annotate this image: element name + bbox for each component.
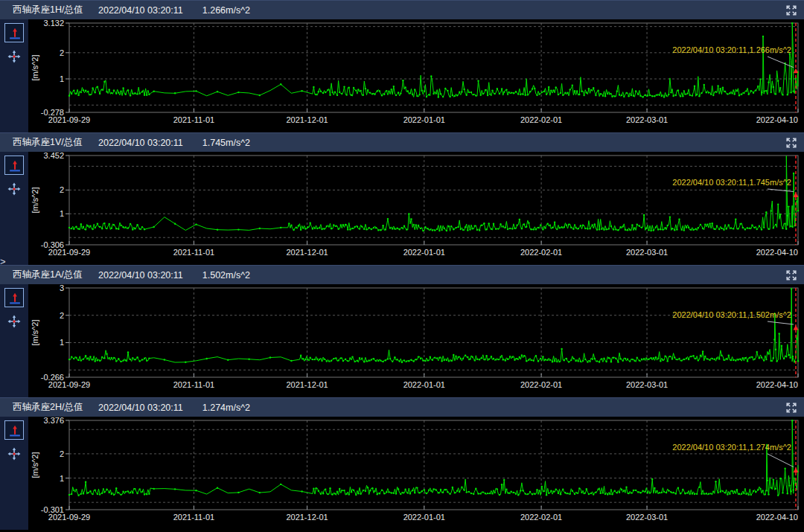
data-point-marker <box>461 487 462 488</box>
data-point-marker <box>552 89 554 91</box>
data-point-marker <box>789 357 791 359</box>
single-cursor-tool[interactable] <box>4 156 24 175</box>
data-point-marker <box>690 229 692 231</box>
data-point-marker <box>731 92 733 94</box>
data-point-marker <box>479 229 480 231</box>
data-point-marker <box>694 493 695 495</box>
data-point-marker <box>83 226 84 228</box>
y-tick-label: -0.278 <box>41 108 64 117</box>
chart-canvas[interactable]: 2021-09-292021-11-012021-12-012022-01-01… <box>28 417 804 530</box>
chart-area[interactable]: 2021-09-292021-11-012021-12-012022-01-01… <box>28 417 804 530</box>
data-point-marker <box>753 92 754 94</box>
pan-tool[interactable] <box>4 47 24 66</box>
data-point-marker <box>779 333 780 334</box>
data-point-marker <box>336 491 338 493</box>
data-point-marker <box>409 493 411 494</box>
data-point-marker <box>748 494 750 496</box>
data-point-marker <box>365 88 366 89</box>
data-point-marker <box>704 84 705 86</box>
data-point-marker <box>85 89 86 91</box>
pan-tool[interactable] <box>4 179 24 199</box>
data-point-marker <box>139 360 141 362</box>
data-point-marker <box>517 93 519 94</box>
data-point-marker <box>664 227 666 228</box>
single-cursor-tool[interactable] <box>4 288 24 307</box>
data-point-marker <box>615 228 616 230</box>
data-point-marker <box>588 88 590 89</box>
expand-arrows-icon[interactable] <box>785 402 797 414</box>
data-point-marker <box>677 487 679 489</box>
data-point-marker <box>716 225 718 226</box>
data-point-marker <box>77 94 79 96</box>
data-point-marker <box>621 489 622 490</box>
data-point-marker <box>395 493 397 494</box>
data-point-marker <box>73 490 74 491</box>
data-point-marker <box>353 490 354 491</box>
chart-area[interactable]: 2021-09-292021-11-012021-12-012022-01-01… <box>28 19 804 132</box>
data-point-marker <box>581 492 582 493</box>
data-point-marker <box>645 357 647 359</box>
data-point-marker <box>420 228 421 229</box>
data-point-marker <box>408 360 409 362</box>
chart-canvas[interactable]: 2021-09-292021-11-012021-12-012022-01-01… <box>28 284 804 397</box>
data-point-marker <box>500 356 501 358</box>
data-point-marker <box>762 36 764 37</box>
data-point-marker <box>134 359 135 360</box>
data-point-marker <box>582 360 584 362</box>
pan-tool[interactable] <box>4 444 24 464</box>
data-point-marker <box>463 89 465 90</box>
data-point-marker <box>339 92 340 93</box>
cursor-timestamp: 2022/04/10 03:20:11 <box>98 270 183 281</box>
panel-header: 西轴承座1A/总值 2022/04/10 03:20:11 1.502m/s^2 <box>0 265 804 284</box>
data-point-marker <box>777 203 779 205</box>
data-point-marker <box>302 358 304 359</box>
data-point-marker <box>613 357 614 359</box>
data-point-marker <box>348 87 350 89</box>
chart-canvas[interactable]: 2021-09-292021-11-012021-12-012022-01-01… <box>28 152 804 265</box>
data-point-marker <box>304 228 306 229</box>
data-point-marker <box>491 493 493 494</box>
data-point-marker <box>773 86 774 88</box>
data-point-marker <box>509 356 511 357</box>
data-point-marker <box>515 493 517 495</box>
chart-area[interactable]: 2021-09-292021-11-012021-12-012022-01-01… <box>28 284 804 397</box>
collapse-panel-chevron[interactable]: > <box>0 257 6 267</box>
data-point-marker <box>566 358 567 359</box>
chart-toolbar <box>0 284 28 397</box>
data-point-marker <box>537 227 539 228</box>
data-point-marker <box>622 360 624 362</box>
expand-arrows-icon[interactable] <box>785 269 797 281</box>
chart-canvas[interactable]: 2021-09-292021-11-012021-12-012022-01-01… <box>28 19 804 132</box>
data-point-marker <box>616 492 618 493</box>
expand-arrows-icon[interactable] <box>785 4 797 16</box>
data-point-marker <box>71 93 72 94</box>
data-point-marker <box>655 226 657 228</box>
data-point-marker <box>508 92 509 93</box>
data-point-marker <box>99 360 100 362</box>
x-tick-label: 2021-11-01 <box>173 513 214 522</box>
data-point-marker <box>671 358 673 359</box>
data-point-marker <box>763 90 765 92</box>
data-point-marker <box>347 228 348 230</box>
data-point-marker <box>447 90 448 92</box>
data-point-marker <box>574 493 575 495</box>
expand-arrows-icon[interactable] <box>785 137 797 149</box>
cursor-value: 1.266m/s^2 <box>202 5 250 16</box>
data-point-marker <box>325 92 326 93</box>
data-point-marker <box>643 214 645 216</box>
pan-tool[interactable] <box>4 312 24 331</box>
chart-area[interactable]: 2021-09-292021-11-012021-12-012022-01-01… <box>28 152 804 265</box>
data-point-marker <box>781 345 782 347</box>
data-point-marker <box>346 493 348 495</box>
data-point-marker <box>521 354 523 356</box>
chart-panel: 西轴承座1V/总值 2022/04/10 03:20:11 1.745m/s^2 <box>0 132 804 265</box>
data-point-marker <box>701 92 702 94</box>
data-point-marker <box>631 492 632 493</box>
data-point-marker <box>87 492 89 493</box>
data-point-marker <box>678 358 680 359</box>
single-cursor-tool[interactable] <box>4 420 24 440</box>
data-point-marker <box>508 492 509 493</box>
data-point-marker <box>696 493 698 495</box>
y-tick-label: 3 <box>60 284 64 292</box>
single-cursor-tool[interactable] <box>4 23 24 42</box>
